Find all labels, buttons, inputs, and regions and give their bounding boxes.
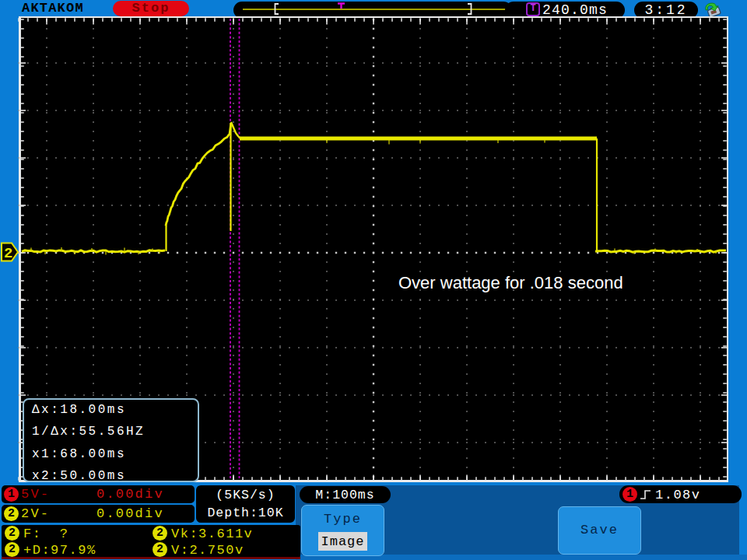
svg-text:2: 2 (4, 245, 12, 262)
